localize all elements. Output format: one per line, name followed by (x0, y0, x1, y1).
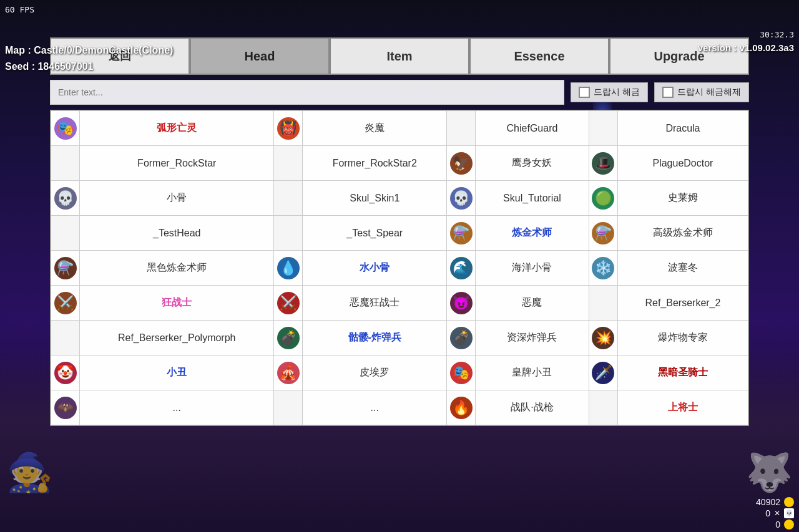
character-name-cell[interactable]: 上将士 (617, 390, 748, 425)
icon-cell[interactable]: ⚗️ (589, 216, 617, 251)
character-name-cell[interactable]: 皇牌小丑 (476, 355, 589, 390)
icon-cell[interactable] (274, 216, 303, 251)
count1-value: 0 (765, 508, 770, 518)
essence-button[interactable]: Essence (469, 37, 609, 75)
map-info: Map : Castle/0/DemonCastle(Clone) Seed :… (5, 42, 173, 74)
icon-cell[interactable]: 😈 (447, 286, 476, 321)
icon-cell[interactable]: 🎩 (589, 146, 617, 181)
character-name-cell[interactable]: 爆炸物专家 (617, 321, 748, 355)
character-icon: 💀 (54, 187, 77, 210)
icon-cell[interactable]: ⚔️ (51, 286, 80, 321)
character-name-cell[interactable]: 黑色炼金术师 (80, 251, 274, 286)
icon-cell[interactable]: ❄️ (589, 251, 617, 286)
icon-cell[interactable] (274, 181, 303, 216)
unreveal-button[interactable]: 드랍시 해금해제 (654, 82, 749, 102)
icon-cell[interactable]: 💀 (447, 181, 476, 216)
head-button[interactable]: Head (190, 37, 330, 75)
version-text: version : v1.09.02.3a3 (698, 42, 794, 53)
character-name-cell[interactable]: Skul_Tutorial (476, 181, 589, 216)
character-name-cell[interactable]: 海洋小骨 (476, 251, 589, 286)
icon-cell[interactable] (447, 111, 476, 146)
coin-icon (784, 497, 794, 507)
icon-cell[interactable]: 💣 (274, 321, 303, 355)
character-icon: 🔥 (450, 397, 473, 419)
search-area: 드랍시 해금 드랍시 해금해제 (50, 80, 749, 105)
icon-cell[interactable]: ⚔️ (274, 286, 303, 321)
character-grid[interactable]: 🎭弧形亡灵👹炎魔ChiefGuardDraculaFormer_RockStar… (50, 110, 749, 426)
character-name-cell[interactable]: ChiefGuard (476, 111, 589, 146)
character-name-cell[interactable]: 史莱姆 (617, 181, 748, 216)
character-name-cell[interactable]: _TestHead (80, 216, 274, 251)
character-name-cell[interactable]: 战队·战枪 (476, 390, 589, 425)
character-name-cell[interactable]: 波塞冬 (617, 251, 748, 286)
character-name-cell[interactable]: Skul_Skin1 (303, 181, 447, 216)
character-icon: 🎪 (277, 362, 300, 384)
character-name-cell[interactable]: 小丑 (80, 355, 274, 390)
character-name-cell[interactable]: 鹰身女妖 (476, 146, 589, 181)
character-name-cell[interactable]: Ref_Berserker_Polymorph (80, 321, 274, 355)
icon-cell[interactable]: 🟢 (589, 181, 617, 216)
seed-info: Seed : 1846507001 (5, 59, 173, 75)
character-name-cell[interactable]: 资深炸弹兵 (476, 321, 589, 355)
side-character-left: 🧙 (6, 450, 53, 495)
icon-cell[interactable] (51, 321, 80, 355)
icon-cell[interactable]: 💧 (274, 251, 303, 286)
character-name-cell[interactable]: ... (303, 390, 447, 425)
icon-cell[interactable] (51, 146, 80, 181)
icon-cell[interactable]: 🦅 (447, 146, 476, 181)
item-button[interactable]: Item (330, 37, 469, 75)
icon-cell[interactable]: 💀 (51, 181, 80, 216)
icon-cell[interactable]: 🌊 (447, 251, 476, 286)
character-name-cell[interactable]: 骷髅-炸弹兵 (303, 321, 447, 355)
character-name-cell[interactable]: 恶魔狂战士 (303, 286, 447, 321)
icon-cell[interactable] (589, 111, 617, 146)
icon-cell[interactable]: 🎭 (51, 111, 80, 146)
character-name-cell[interactable]: 恶魔 (476, 286, 589, 321)
character-icon: 🦅 (450, 152, 473, 175)
score-row: 40902 (756, 497, 794, 507)
table-row: 🦇......🔥战队·战枪上将士 (51, 390, 748, 425)
icon-cell[interactable]: 👹 (274, 111, 303, 146)
search-input[interactable] (50, 80, 564, 105)
character-name-cell[interactable]: 狂战士 (80, 286, 274, 321)
icon-cell[interactable]: 🎭 (447, 355, 476, 390)
icon-cell[interactable] (51, 216, 80, 251)
character-name-cell[interactable]: Ref_Berserker_2 (617, 286, 748, 321)
character-icon: ⚗️ (592, 222, 614, 244)
character-name-cell[interactable]: _Test_Spear (303, 216, 447, 251)
icon-cell[interactable] (274, 146, 303, 181)
character-icon: 🎭 (450, 362, 473, 384)
character-name-cell[interactable]: 小骨 (80, 181, 274, 216)
icon-cell[interactable] (274, 390, 303, 425)
icon-cell[interactable]: 🤡 (51, 355, 80, 390)
icon-cell[interactable]: 💥 (589, 321, 617, 355)
character-icon: 💥 (592, 327, 614, 349)
character-name-cell[interactable]: 黑暗圣骑士 (617, 355, 748, 390)
icon-cell[interactable]: 🎪 (274, 355, 303, 390)
character-icon: 💧 (277, 257, 300, 279)
icon-cell[interactable]: ⚗️ (447, 216, 476, 251)
unreveal-label: 드랍시 해금해제 (677, 87, 741, 98)
character-name-cell[interactable]: 皮埃罗 (303, 355, 447, 390)
table-row: _TestHead_Test_Spear⚗️炼金术师⚗️高级炼金术师 (51, 216, 748, 251)
icon-cell[interactable]: ⚗️ (51, 251, 80, 286)
icon-cell[interactable] (589, 390, 617, 425)
character-name-cell[interactable]: Former_RockStar (80, 146, 274, 181)
character-name-cell[interactable]: 弧形亡灵 (80, 111, 274, 146)
icon-cell[interactable]: 💣 (447, 321, 476, 355)
character-name-cell[interactable]: 炼金术师 (476, 216, 589, 251)
icon-cell[interactable]: 🗡️ (589, 355, 617, 390)
icon-cell[interactable]: 🦇 (51, 390, 80, 425)
icon-cell[interactable] (589, 286, 617, 321)
character-name-cell[interactable]: PlagueDoctor (617, 146, 748, 181)
icon-cell[interactable]: 🔥 (447, 390, 476, 425)
character-name-cell[interactable]: 炎魔 (303, 111, 447, 146)
table-row: 💀小骨Skul_Skin1💀Skul_Tutorial🟢史莱姆 (51, 181, 748, 216)
unlock-button[interactable]: 드랍시 해금 (571, 82, 648, 102)
character-name-cell[interactable]: 水小骨 (303, 251, 447, 286)
character-name-cell[interactable]: Dracula (617, 111, 748, 146)
character-name-cell[interactable]: ... (80, 390, 274, 425)
character-name-cell[interactable]: Former_RockStar2 (303, 146, 447, 181)
character-name-cell[interactable]: 高级炼金术师 (617, 216, 748, 251)
character-icon: ⚔️ (54, 292, 77, 314)
